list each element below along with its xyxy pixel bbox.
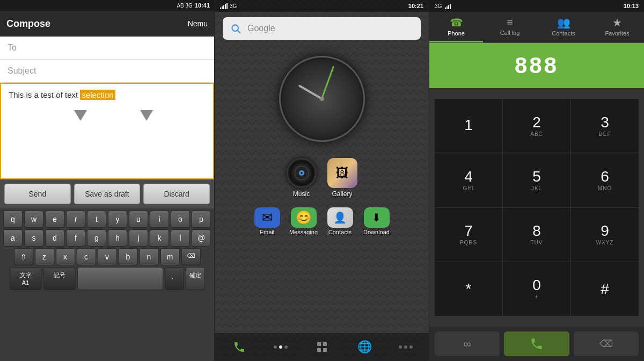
email-fields: To Subject (0, 37, 214, 83)
call-icon (530, 337, 544, 351)
key-delete[interactable]: ⌫ (181, 248, 201, 265)
to-field[interactable]: To (0, 37, 214, 60)
key-s[interactable]: s (24, 229, 43, 247)
key-y[interactable]: y (108, 211, 127, 228)
svg-point-4 (301, 172, 303, 174)
email-action-bar: Send Save as draft Discard (0, 179, 214, 208)
dial-key-7[interactable]: 7 PQRS (435, 208, 502, 262)
download-dock-icon[interactable]: ⬇ Download (363, 207, 391, 235)
key-o[interactable]: o (171, 211, 190, 228)
dial-key-8[interactable]: 8 TUV (503, 208, 570, 262)
key-f[interactable]: f (66, 229, 85, 247)
key-z[interactable]: z (35, 248, 54, 265)
dial-key-hash[interactable]: # (571, 262, 639, 316)
key-e[interactable]: e (45, 211, 64, 228)
dial-key-0-letters: + (535, 294, 539, 300)
signal-bar-2 (222, 6, 223, 9)
dial-key-star[interactable]: * (435, 262, 502, 316)
key-w[interactable]: w (24, 211, 43, 228)
key-u[interactable]: u (129, 211, 148, 228)
key-i[interactable]: i (150, 211, 169, 228)
search-icon (228, 21, 243, 36)
gallery-app-icon[interactable]: 🖼 Gallery (327, 158, 357, 198)
page-dot-6 (409, 345, 413, 349)
signal-bar-4 (225, 4, 226, 9)
call-button[interactable] (504, 331, 569, 356)
discard-button[interactable]: Discard (143, 184, 210, 204)
save-draft-button[interactable]: Save as draft (74, 184, 141, 204)
gallery-icon-img: 🖼 (327, 158, 357, 188)
key-g[interactable]: g (87, 229, 106, 247)
key-space[interactable] (77, 267, 163, 290)
backspace-button[interactable]: ⌫ (574, 331, 639, 356)
key-q[interactable]: q (3, 211, 23, 228)
clock-widget (279, 56, 365, 142)
tab-call-log[interactable]: ≡ Call log (483, 12, 537, 42)
email-body-area[interactable]: This is a test of text selection (0, 83, 214, 179)
key-enter[interactable]: 確定 (186, 267, 205, 290)
dial-key-3[interactable]: 3 DEF (571, 99, 639, 153)
key-kigou[interactable]: 記号 (43, 267, 76, 290)
dial-key-9[interactable]: 9 WXYZ (571, 208, 639, 262)
contacts-dock-icon[interactable]: 👤 Contacts (326, 207, 354, 235)
phone-tab-contacts-icon: 👥 (557, 16, 570, 29)
dial-key-4[interactable]: 4 GHI (435, 153, 502, 207)
svg-rect-5 (317, 342, 321, 346)
key-r[interactable]: r (66, 211, 85, 228)
keyboard: q w e r t y u i o p a s d f g h j k l @ … (0, 208, 214, 361)
key-j[interactable]: j (129, 229, 148, 247)
home-panel: 3G 10:21 Google Music (215, 0, 429, 361)
key-t[interactable]: t (87, 211, 106, 228)
key-comma[interactable]: 、 (165, 267, 184, 290)
key-n[interactable]: n (140, 248, 159, 265)
dial-key-0[interactable]: 0 + (503, 262, 570, 316)
signal-bar-1 (220, 8, 221, 9)
key-at[interactable]: @ (192, 229, 211, 247)
phone-tab-log-icon: ≡ (507, 16, 513, 28)
key-h[interactable]: h (108, 229, 127, 247)
voicemail-icon: ∞ (464, 338, 471, 350)
tab-favorites[interactable]: ★ Favorites (590, 12, 644, 42)
bottom-browser-button[interactable]: 🌐 (356, 338, 373, 356)
phone-bar-3 (448, 5, 449, 9)
key-kanji[interactable]: 文字A1 (10, 267, 42, 290)
key-shift[interactable]: ⇧ (14, 248, 33, 265)
key-d[interactable]: d (45, 229, 64, 247)
subject-field[interactable]: Subject (0, 60, 214, 83)
messaging-dock-icon[interactable]: 😊 Messaging (290, 207, 318, 235)
email-status-left: AB 3G (177, 3, 192, 9)
home-app-icons: Music 🖼 Gallery (215, 158, 429, 198)
keyboard-row-3: ⇧ z x c v b n m ⌫ (1, 248, 213, 265)
dial-key-2[interactable]: 2 ABC (503, 99, 570, 153)
dial-key-6[interactable]: 6 MNO (571, 153, 639, 207)
voicemail-button[interactable]: ∞ (435, 331, 500, 356)
tab-contacts[interactable]: 👥 Contacts (537, 12, 590, 42)
key-m[interactable]: m (160, 248, 180, 265)
key-x[interactable]: x (56, 248, 75, 265)
dial-key-5[interactable]: 5 JKL (503, 153, 570, 207)
bottom-apps-button[interactable] (313, 338, 331, 356)
music-app-icon[interactable]: Music (287, 158, 317, 198)
clock-hour-hand (298, 84, 322, 99)
key-b[interactable]: b (119, 248, 138, 265)
key-v[interactable]: v (98, 248, 117, 265)
page-dot-2 (279, 345, 282, 349)
tab-phone[interactable]: ☎ Phone (429, 12, 483, 42)
home-page-dots-right (399, 345, 413, 349)
dial-key-1[interactable]: 1 (435, 99, 502, 153)
download-dock-icon-img: ⬇ (364, 207, 390, 228)
page-dot-5 (404, 345, 407, 349)
gallery-app-label: Gallery (332, 190, 352, 198)
dial-key-7-letters: PQRS (460, 240, 477, 246)
bottom-phone-button[interactable] (231, 338, 248, 356)
key-p[interactable]: p (192, 211, 211, 228)
home-search-bar[interactable]: Google (223, 17, 421, 40)
clock-minute-hand (321, 66, 334, 99)
email-dock-icon[interactable]: ✉ Email (253, 207, 281, 235)
key-l[interactable]: l (171, 229, 190, 247)
send-button[interactable]: Send (4, 184, 71, 204)
key-k[interactable]: k (150, 229, 169, 247)
search-placeholder: Google (247, 24, 275, 33)
key-a[interactable]: a (3, 229, 23, 247)
key-c[interactable]: c (77, 248, 96, 265)
